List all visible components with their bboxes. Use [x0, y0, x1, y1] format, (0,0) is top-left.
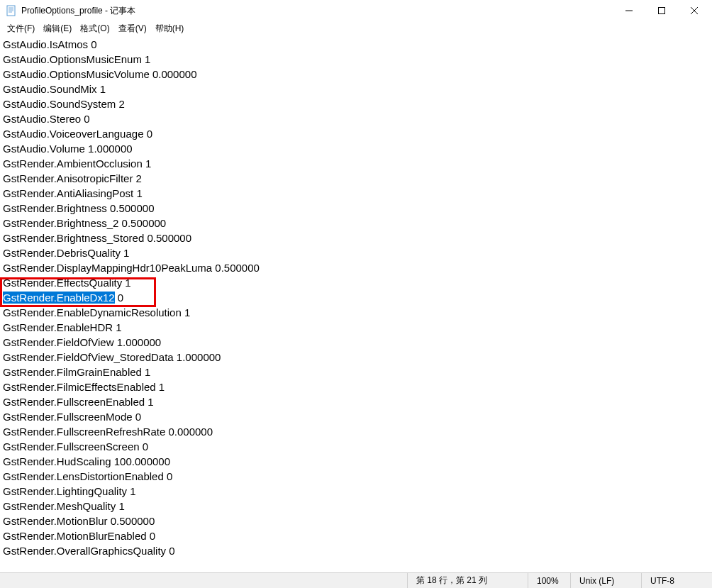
text-line[interactable]: GstRender.LightingQuality 1 [3, 484, 709, 499]
menu-format[interactable]: 格式(O) [76, 21, 113, 36]
text-line[interactable]: GstRender.EnableDynamicResolution 1 [3, 305, 709, 320]
text-line[interactable]: GstAudio.VoiceoverLanguage 0 [3, 126, 709, 141]
menu-file[interactable]: 文件(F) [3, 21, 39, 36]
text-line[interactable]: GstRender.FullscreenScreen 0 [3, 439, 709, 454]
window-controls [613, 0, 711, 21]
menu-help[interactable]: 帮助(H) [151, 21, 189, 36]
text-line[interactable]: GstRender.MotionBlurEnabled 0 [3, 528, 709, 543]
text-line[interactable]: GstRender.AntiAliasingPost 1 [3, 186, 709, 201]
text-line[interactable]: GstAudio.IsAtmos 0 [3, 37, 709, 52]
text-line[interactable]: GstRender.FieldOfView 1.000000 [3, 335, 709, 350]
text-line[interactable]: GstRender.FullscreenEnabled 1 [3, 394, 709, 409]
text-line[interactable]: GstRender.DisplayMappingHdr10PeakLuma 0.… [3, 260, 709, 275]
selected-text[interactable]: GstRender.EnableDx12 [3, 292, 115, 304]
text-line[interactable]: GstRender.Brightness_2 0.500000 [3, 216, 709, 231]
text-line[interactable]: GstRender.MotionBlur 0.500000 [3, 514, 709, 528]
text-line[interactable]: GstRender.AnisotropicFilter 2 [3, 171, 709, 186]
menu-edit[interactable]: 编辑(E) [39, 21, 76, 36]
text-line[interactable]: GstAudio.SoundSystem 2 [3, 96, 709, 111]
text-line[interactable]: GstRender.EffectsQuality 1 [3, 275, 709, 290]
text-line[interactable]: GstRender.FullscreenMode 0 [3, 409, 709, 424]
text-line[interactable]: GstRender.FilmGrainEnabled 1 [3, 365, 709, 379]
text-line[interactable]: GstRender.EnableHDR 1 [3, 320, 709, 335]
text-line[interactable]: GstRender.DebrisQuality 1 [3, 245, 709, 260]
close-button[interactable] [678, 0, 711, 21]
maximize-button[interactable] [645, 0, 678, 21]
text-line[interactable]: GstRender.EnableDx12 0 [3, 290, 709, 305]
text-line[interactable]: GstRender.HudScaling 100.000000 [3, 454, 709, 469]
text-line[interactable]: GstAudio.Stereo 0 [3, 111, 709, 126]
notepad-icon [6, 5, 17, 16]
minimize-button[interactable] [613, 0, 645, 21]
text-line[interactable]: GstAudio.SoundMix 1 [3, 82, 709, 96]
status-encoding: UTF-8 [641, 573, 712, 588]
text-line[interactable]: GstRender.MeshQuality 1 [3, 499, 709, 514]
text-line[interactable]: GstRender.LensDistortionEnabled 0 [3, 469, 709, 484]
status-eol: Unix (LF) [570, 573, 641, 588]
svg-rect-6 [659, 8, 665, 14]
title-bar: ProfileOptions_profile - 记事本 [0, 0, 712, 21]
menu-view[interactable]: 查看(V) [114, 21, 151, 36]
text-line[interactable]: GstRender.FieldOfView_StoredData 1.00000… [3, 350, 709, 365]
text-rest[interactable]: 0 [115, 292, 124, 304]
text-line[interactable]: GstAudio.Volume 1.000000 [3, 141, 709, 156]
text-line[interactable]: GstAudio.OptionsMusicEnum 1 [3, 52, 709, 67]
window-title: ProfileOptions_profile - 记事本 [21, 5, 613, 17]
menu-bar: 文件(F) 编辑(E) 格式(O) 查看(V) 帮助(H) [0, 21, 712, 35]
text-line[interactable]: GstRender.Brightness_Stored 0.500000 [3, 231, 709, 245]
text-line[interactable]: GstRender.FullscreenRefreshRate 0.000000 [3, 424, 709, 439]
status-position: 第 18 行，第 21 列 [407, 573, 528, 588]
text-line[interactable]: GstRender.Brightness 0.500000 [3, 201, 709, 216]
status-zoom: 100% [528, 573, 570, 588]
text-line[interactable]: GstRender.FilmicEffectsEnabled 1 [3, 379, 709, 394]
text-line[interactable]: GstAudio.OptionsMusicVolume 0.000000 [3, 67, 709, 82]
text-line[interactable]: GstRender.OverallGraphicsQuality 0 [3, 543, 709, 558]
editor-area[interactable]: GstAudio.IsAtmos 0GstAudio.OptionsMusicE… [0, 35, 712, 572]
text-line[interactable]: GstRender.AmbientOcclusion 1 [3, 156, 709, 171]
status-bar: 第 18 行，第 21 列 100% Unix (LF) UTF-8 [0, 572, 712, 588]
status-spacer [0, 573, 407, 588]
